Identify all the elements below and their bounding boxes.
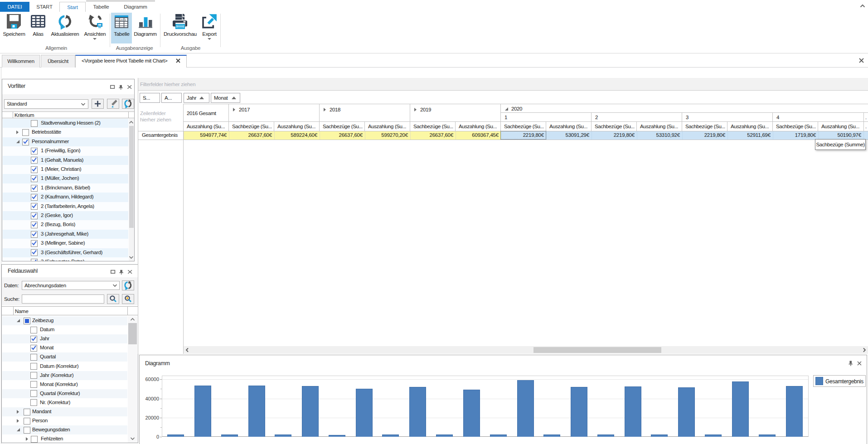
svg-text:10: 10: [116, 19, 119, 21]
svg-text:20: 20: [120, 19, 123, 21]
